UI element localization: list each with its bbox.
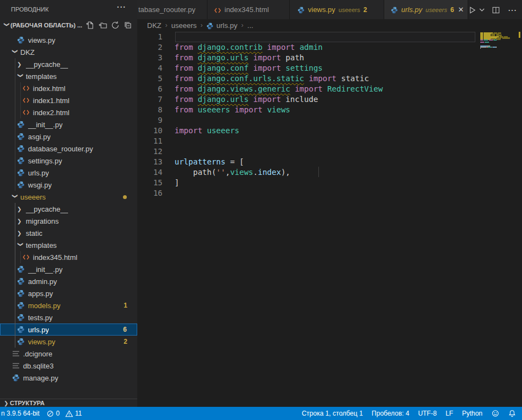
problems-status[interactable]: 0 11 bbox=[47, 407, 82, 420]
cursor-position-status[interactable]: Строка 1, столбец 1 bbox=[302, 407, 363, 420]
tree-item-settings.py[interactable]: settings.py bbox=[0, 155, 137, 167]
close-icon[interactable]: ✕ bbox=[458, 5, 464, 14]
chevron-down-icon: ❯ bbox=[4, 22, 10, 29]
bell-icon[interactable] bbox=[508, 407, 516, 420]
file-label: manage.py bbox=[23, 374, 58, 382]
tree-item-db.sqlite3[interactable]: db.sqlite3 bbox=[0, 360, 137, 372]
new-folder-icon[interactable] bbox=[98, 21, 107, 30]
tab-index345.html[interactable]: index345.html bbox=[207, 0, 290, 19]
collapse-all-icon[interactable] bbox=[124, 21, 132, 30]
file-label: index.html bbox=[33, 84, 65, 93]
code-line-9[interactable]: 9 bbox=[137, 115, 522, 126]
file-label: wsgi.py bbox=[28, 181, 52, 189]
list-icon bbox=[12, 349, 20, 358]
code-line-10[interactable]: 10import useeers bbox=[137, 126, 522, 136]
more-actions-icon[interactable]: ··· bbox=[508, 5, 517, 15]
tree-item-database_roouter.py[interactable]: database_roouter.py bbox=[0, 143, 137, 155]
file-label: asgi.py bbox=[28, 133, 50, 141]
tab-description: useeers bbox=[425, 7, 447, 13]
tree-indent-guide bbox=[20, 251, 21, 263]
warning-icon bbox=[65, 410, 73, 417]
feedback-icon[interactable] bbox=[491, 407, 499, 420]
problems-badge: 1 bbox=[124, 302, 137, 309]
code-line-8[interactable]: 8from useeers import views bbox=[137, 105, 522, 115]
file-label: settings.py bbox=[28, 157, 62, 165]
code-line-11[interactable]: 11 bbox=[137, 136, 522, 146]
tree-item-urls.py[interactable]: urls.py6 bbox=[0, 323, 137, 336]
breadcrumb-item[interactable]: useeers bbox=[171, 21, 197, 30]
python-icon bbox=[16, 132, 25, 141]
tree-item-migrations[interactable]: ❯migrations bbox=[0, 215, 137, 227]
tree-item-views.py[interactable]: views.py2 bbox=[0, 336, 137, 348]
breadcrumb-item[interactable]: urls.py bbox=[216, 21, 237, 30]
new-file-icon[interactable] bbox=[86, 21, 94, 30]
tree-item-tests.py[interactable]: tests.py bbox=[0, 311, 137, 323]
tree-item-DKZ[interactable]: ❯DKZ bbox=[0, 46, 137, 58]
tree-item-manage.py[interactable]: manage.py bbox=[0, 372, 137, 384]
line-number: 14 bbox=[137, 167, 162, 178]
code-line-1[interactable]: 1 bbox=[137, 32, 522, 42]
tree-item-__init__.py[interactable]: __init__.py bbox=[0, 263, 137, 275]
code-editor[interactable]: 12from django.contrib import admin3from … bbox=[137, 31, 522, 407]
outline-section-header[interactable]: ❯ СТРУКТУРА bbox=[0, 399, 137, 407]
tree-indent-guide bbox=[20, 82, 21, 118]
code-line-5[interactable]: 5from django.conf.urls.static import sta… bbox=[137, 73, 522, 84]
code-line-6[interactable]: 6from django.views.generic import Redire… bbox=[137, 84, 522, 94]
split-editor-icon[interactable] bbox=[492, 5, 500, 15]
language-mode-status[interactable]: Python bbox=[462, 407, 482, 420]
code-line-2[interactable]: 2from django.contrib import admin bbox=[137, 42, 522, 53]
tree-item-__init__.py[interactable]: __init__.py bbox=[0, 118, 137, 130]
run-icon[interactable] bbox=[468, 5, 476, 15]
chevron-down-icon: ❯ bbox=[18, 73, 24, 80]
html-icon bbox=[21, 253, 30, 262]
code-line-12[interactable]: 12 bbox=[137, 146, 522, 157]
tree-item-wsgi.py[interactable]: wsgi.py bbox=[0, 179, 137, 191]
tree-item-admin.py[interactable]: admin.py bbox=[0, 275, 137, 287]
tree-item-__pycache__[interactable]: ❯__pycache__ bbox=[0, 58, 137, 70]
tree-item-views.py[interactable]: views.py bbox=[0, 34, 137, 46]
tree-item-urls.py[interactable]: urls.py bbox=[0, 167, 137, 179]
code-line-16[interactable]: 16 bbox=[137, 188, 522, 198]
python-icon bbox=[16, 337, 25, 346]
breadcrumb-item[interactable]: DKZ bbox=[147, 21, 161, 30]
code-line-14[interactable]: 14 path('',views.index), bbox=[137, 167, 522, 178]
python-icon bbox=[16, 313, 25, 322]
tree-item-__pycache__[interactable]: ❯__pycache__ bbox=[0, 203, 137, 215]
run-dropdown-icon[interactable] bbox=[479, 5, 485, 15]
tree-item-models.py[interactable]: models.py1 bbox=[0, 299, 137, 311]
explorer-sidebar: ПРОВОДНИК ··· ❯ (РАБОЧАЯ ОБЛАСТЬ) ... vi… bbox=[0, 0, 137, 407]
workspace-section-header[interactable]: ❯ (РАБОЧАЯ ОБЛАСТЬ) ... bbox=[0, 19, 137, 31]
explorer-more-icon[interactable]: ··· bbox=[117, 3, 126, 12]
encoding-status[interactable]: UTF-8 bbox=[418, 407, 437, 420]
tree-indent-guide bbox=[15, 203, 15, 348]
python-interpreter-status[interactable]: n 3.9.5 64-bit bbox=[1, 407, 40, 420]
tree-item-templates[interactable]: ❯templates bbox=[0, 70, 137, 82]
error-icon bbox=[47, 410, 54, 417]
minimap[interactable] bbox=[480, 31, 515, 97]
chevron-right-icon: ❯ bbox=[4, 400, 10, 406]
tab-views.py[interactable]: views.pyuseeers2 bbox=[290, 0, 384, 19]
tab-urls.py[interactable]: urls.pyuseeers6✕ bbox=[384, 0, 468, 19]
refresh-icon[interactable] bbox=[111, 21, 120, 30]
breadcrumb-item[interactable]: ... bbox=[248, 21, 254, 30]
tree-item-useeers[interactable]: ❯useeers bbox=[0, 191, 137, 203]
eol-status[interactable]: LF bbox=[446, 407, 453, 420]
tree-item-apps.py[interactable]: apps.py bbox=[0, 287, 137, 299]
minimap-line bbox=[480, 42, 484, 43]
file-label: templates bbox=[26, 241, 57, 249]
code-line-15[interactable]: 15] bbox=[137, 178, 522, 188]
indentation-status[interactable]: Пробелов: 4 bbox=[372, 407, 409, 420]
tab-tabase_roouter.py[interactable]: tabase_roouter.py bbox=[137, 0, 207, 19]
tree-item-.dcignore[interactable]: .dcignore bbox=[0, 348, 137, 360]
code-text: urlpatterns = [ bbox=[175, 157, 244, 167]
code-line-4[interactable]: 4from django.conf import settings bbox=[137, 63, 522, 73]
tree-item-static[interactable]: ❯static bbox=[0, 227, 137, 239]
code-line-3[interactable]: 3from django.urls import path bbox=[137, 53, 522, 63]
tree-item-templates[interactable]: ❯templates bbox=[0, 239, 137, 251]
chevron-right-icon: ❯ bbox=[17, 61, 24, 67]
code-line-13[interactable]: 13urlpatterns = [ bbox=[137, 157, 522, 167]
code-line-7[interactable]: 7from django.urls import include bbox=[137, 94, 522, 105]
file-label: views.py bbox=[28, 338, 55, 346]
tree-item-asgi.py[interactable]: asgi.py bbox=[0, 130, 137, 143]
python-icon bbox=[16, 180, 25, 189]
